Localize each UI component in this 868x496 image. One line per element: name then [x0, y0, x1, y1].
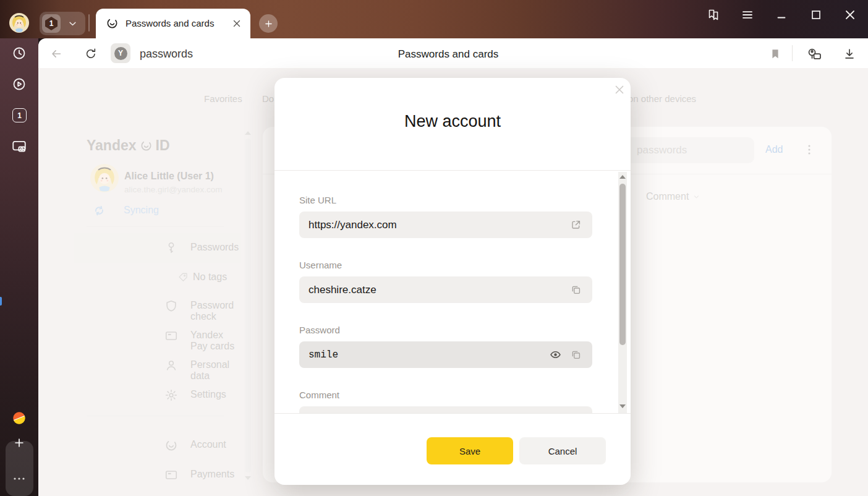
modal-title: New account: [274, 112, 631, 131]
new-account-modal: New account Site URL https://yandex.com …: [274, 78, 631, 485]
tabbar-divider: [88, 14, 90, 32]
yandex-id-tab-icon: [106, 17, 119, 30]
play-media-icon[interactable]: [12, 77, 27, 92]
browser-toolbar: Y passwords Passwords and cards: [38, 38, 868, 68]
plus-icon: [263, 19, 274, 29]
back-icon[interactable]: [49, 47, 63, 61]
tab-group-count: 1: [49, 19, 54, 28]
yandex-site-icon: Y: [114, 47, 127, 60]
eye-icon[interactable]: [549, 348, 562, 361]
history-icon[interactable]: [12, 46, 27, 61]
new-tab-button[interactable]: [259, 14, 278, 33]
sidebar-tab-count: 1: [17, 111, 22, 120]
tab-counter-icon[interactable]: 1: [12, 108, 27, 122]
add-panel-icon[interactable]: [12, 436, 26, 450]
username-value: cheshire.catze: [308, 284, 377, 296]
tab-title: Passwords and cards: [126, 18, 214, 28]
open-link-icon[interactable]: [570, 219, 582, 231]
profile-avatar[interactable]: [9, 13, 29, 33]
maximize-icon[interactable]: [809, 7, 823, 22]
minimize-icon[interactable]: [774, 7, 789, 22]
cancel-button[interactable]: Cancel: [519, 437, 606, 464]
site-url-field[interactable]: https://yandex.com: [299, 212, 592, 238]
toolbar-divider: [792, 45, 793, 61]
page-title: Passwords and cards: [346, 48, 550, 61]
username-label: Username: [299, 260, 342, 270]
copy-icon[interactable]: [570, 349, 582, 361]
more-options-icon[interactable]: [12, 471, 27, 486]
tab-group-badge[interactable]: 1: [42, 14, 61, 33]
site-url-value: https://yandex.com: [308, 219, 397, 231]
modal-header-divider: [274, 170, 631, 171]
password-field[interactable]: smile: [299, 341, 592, 368]
modal-scroll-up-arrow[interactable]: [619, 175, 626, 179]
tab-close-icon[interactable]: [231, 18, 242, 29]
site-badge[interactable]: Y: [111, 43, 130, 63]
password-label: Password: [299, 325, 340, 335]
collections-icon[interactable]: [706, 7, 721, 22]
comment-label: Comment: [299, 390, 339, 400]
username-field[interactable]: cheshire.catze: [299, 276, 592, 303]
downloads-icon[interactable]: [843, 47, 856, 61]
site-url-label: Site URL: [299, 195, 336, 205]
comment-field[interactable]: [299, 406, 592, 413]
close-window-icon[interactable]: [843, 7, 857, 22]
url-text[interactable]: passwords: [140, 48, 193, 61]
save-button[interactable]: Save: [427, 437, 513, 464]
bookmark-icon[interactable]: [768, 47, 782, 61]
browser-tab[interactable]: Passwords and cards: [96, 9, 250, 38]
tab-group-chevron-icon[interactable]: [67, 18, 79, 30]
sidebar-notification-tick: [0, 297, 2, 306]
copy-icon[interactable]: [570, 284, 582, 296]
refresh-icon[interactable]: [84, 47, 98, 61]
modal-scrollbar-thumb[interactable]: [619, 184, 626, 345]
password-value: smile: [308, 349, 338, 361]
screenshot-icon[interactable]: [11, 139, 27, 155]
browser-sidebar: 1: [0, 38, 38, 496]
modal-scroll-down-arrow[interactable]: [619, 404, 626, 408]
tab-group-hexagon: 1: [45, 17, 57, 30]
modal-footer-divider: [274, 413, 631, 414]
yandex-browser-logo[interactable]: [11, 410, 27, 426]
password-manager-icon[interactable]: [806, 46, 822, 62]
menu-icon[interactable]: [740, 7, 755, 22]
modal-close-icon[interactable]: [613, 83, 626, 96]
site-icon-letter: Y: [118, 49, 123, 58]
window-titlebar: 1 Passwords and cards: [0, 0, 868, 38]
